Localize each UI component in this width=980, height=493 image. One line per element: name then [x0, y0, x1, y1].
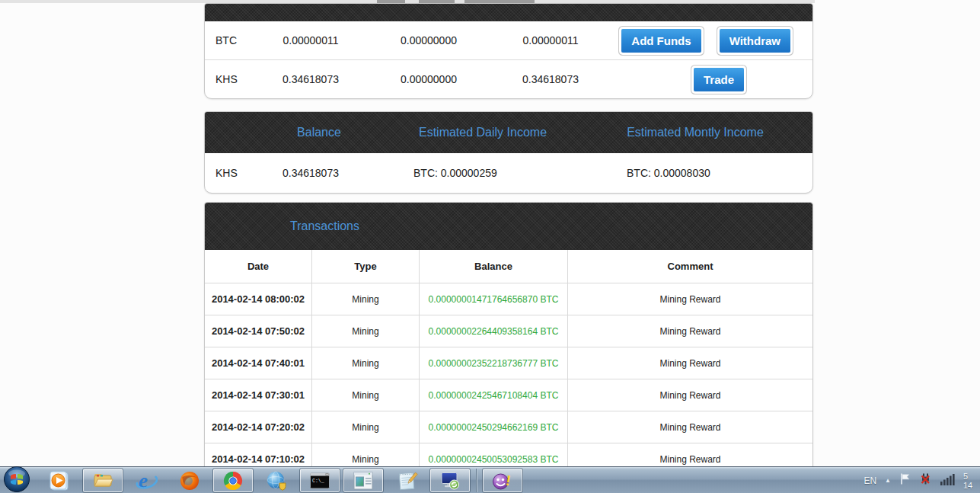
- monthly-income-value: BTC: 0.00008030: [551, 167, 812, 179]
- column-header-daily-income: Estimated Daily Income: [388, 126, 578, 139]
- balance-value: 0.00000011: [261, 34, 360, 46]
- image-viewer-icon[interactable]: [343, 469, 383, 492]
- column-header-balance: Balance: [420, 250, 568, 283]
- table-row: 2014-02-14 07:20:02 Mining 0.00000002450…: [205, 411, 812, 443]
- start-button[interactable]: [3, 466, 30, 493]
- tx-date: 2014-02-14 07:50:02: [205, 315, 312, 347]
- taskbar: e: [0, 466, 980, 493]
- held-value: 0.00000000: [360, 34, 497, 46]
- tx-comment: Mining Reward: [568, 443, 812, 468]
- windows-logo-icon: [3, 466, 30, 493]
- action-center-flag-icon[interactable]: [899, 472, 911, 488]
- available-value: 0.00000011: [497, 34, 604, 46]
- windows-explorer-icon[interactable]: [83, 469, 123, 492]
- notepad-icon[interactable]: [387, 469, 426, 492]
- clock[interactable]: 5 14: [963, 472, 975, 490]
- column-header-monthly-income: Estimated Montly Income: [578, 126, 812, 139]
- income-panel-header: Balance Estimated Daily Income Estimated…: [205, 112, 812, 153]
- tx-type: Mining: [312, 315, 420, 347]
- available-value: 0.34618073: [497, 73, 604, 85]
- transactions-table: Date Type Balance Comment 2014-02-14 08:…: [205, 250, 812, 468]
- withdraw-button[interactable]: Withdraw: [720, 29, 790, 53]
- currency-label: BTC: [205, 34, 261, 46]
- tx-date: 2014-02-14 07:10:02: [205, 443, 312, 468]
- column-header-date: Date: [205, 250, 312, 283]
- table-row: KHS 0.34618073 BTC: 0.00000259 BTC: 0.00…: [205, 153, 812, 193]
- tx-date: 2014-02-14 07:30:01: [205, 379, 312, 411]
- table-row: KHS 0.34618073 0.00000000 0.34618073 Tra…: [205, 59, 812, 98]
- table-row: BTC 0.00000011 0.00000000 0.00000011 Add…: [205, 21, 812, 59]
- command-prompt-icon[interactable]: C:\_: [300, 469, 340, 492]
- table-row: 2014-02-14 07:30:01 Mining 0.00000002425…: [205, 379, 812, 411]
- tx-type: Mining: [312, 379, 420, 411]
- firefox-icon[interactable]: [170, 469, 209, 492]
- balance-value: 0.34618073: [261, 73, 360, 85]
- column-header-type: Type: [312, 250, 420, 283]
- clock-date: 14: [963, 481, 972, 490]
- remote-desktop-icon[interactable]: [430, 469, 470, 492]
- table-row: 2014-02-14 07:10:02 Mining 0.00000002450…: [205, 443, 812, 468]
- internet-explorer-icon[interactable]: e: [126, 469, 166, 492]
- svg-text:!: !: [505, 472, 512, 488]
- daily-income-value: BTC: 0.00000259: [360, 167, 551, 179]
- network-signal-icon[interactable]: [940, 473, 955, 488]
- add-funds-button[interactable]: Add Funds: [621, 29, 701, 53]
- taskbar-separator: [476, 469, 477, 492]
- language-indicator[interactable]: EN: [863, 475, 876, 486]
- tx-comment: Mining Reward: [568, 379, 812, 411]
- tx-balance: 0.00000002450294662169 BTC: [420, 411, 568, 443]
- funds-actions: Trade: [614, 64, 823, 95]
- tx-balance: 0.00000002264409358164 BTC: [420, 315, 568, 347]
- currency-label: KHS: [205, 73, 261, 85]
- tx-date: 2014-02-14 07:40:01: [205, 347, 312, 379]
- tx-comment: Mining Reward: [568, 315, 812, 347]
- taskbar-icons: e: [40, 468, 522, 493]
- tx-balance: 0.00000001471764656870 BTC: [420, 283, 568, 315]
- tx-type: Mining: [312, 443, 420, 468]
- table-row: 2014-02-14 07:50:02 Mining 0.00000002264…: [205, 315, 812, 347]
- currency-label: KHS: [205, 167, 261, 179]
- tx-comment: Mining Reward: [568, 347, 812, 379]
- chrome-icon[interactable]: [213, 469, 253, 492]
- column-header-comment: Comment: [568, 250, 812, 283]
- column-header-balance: Balance: [251, 126, 388, 139]
- held-value: 0.00000000: [360, 73, 497, 85]
- tx-balance: 0.00000002450053092583 BTC: [420, 443, 568, 468]
- table-header-row: Date Type Balance Comment: [205, 250, 812, 283]
- tx-balance: 0.00000002352218736777 BTC: [420, 347, 568, 379]
- trade-button[interactable]: Trade: [694, 68, 744, 91]
- transactions-panel: Transactions Date Type Balance Comment 2…: [204, 202, 813, 468]
- table-row: 2014-02-14 07:40:01 Mining 0.00000002352…: [205, 347, 812, 379]
- tx-date: 2014-02-14 07:20:02: [205, 411, 312, 443]
- tx-date: 2014-02-14 08:00:02: [205, 283, 312, 315]
- clock-time: 5: [963, 472, 968, 481]
- income-panel: Balance Estimated Daily Income Estimated…: [204, 111, 813, 194]
- tx-type: Mining: [312, 283, 420, 315]
- tx-comment: Mining Reward: [568, 411, 812, 443]
- power-plug-error-icon[interactable]: [919, 472, 932, 488]
- table-row: 2014-02-14 08:00:02 Mining 0.00000001471…: [205, 283, 812, 315]
- yahoo-messenger-icon[interactable]: !: [483, 469, 522, 492]
- svg-text:C:\_: C:\_: [312, 479, 324, 484]
- tx-type: Mining: [312, 411, 420, 443]
- tx-balance: 0.00000002425467108404 BTC: [420, 379, 568, 411]
- balance-value: 0.34618073: [261, 167, 360, 179]
- web-browser-globe-icon[interactable]: [257, 469, 296, 492]
- show-hidden-icons-icon[interactable]: ▲: [885, 477, 891, 484]
- funds-panel: BTC 0.00000011 0.00000000 0.00000011 Add…: [204, 3, 813, 99]
- tx-comment: Mining Reward: [568, 283, 812, 315]
- funds-panel-header: [205, 4, 812, 21]
- transactions-title: Transactions: [205, 203, 812, 250]
- system-tray: EN ▲: [863, 467, 980, 493]
- tx-type: Mining: [312, 347, 420, 379]
- funds-actions: Add Funds Withdraw: [604, 25, 812, 56]
- windows-media-player-icon[interactable]: [40, 469, 79, 492]
- desktop: BTC 0.00000011 0.00000000 0.00000011 Add…: [0, 0, 980, 493]
